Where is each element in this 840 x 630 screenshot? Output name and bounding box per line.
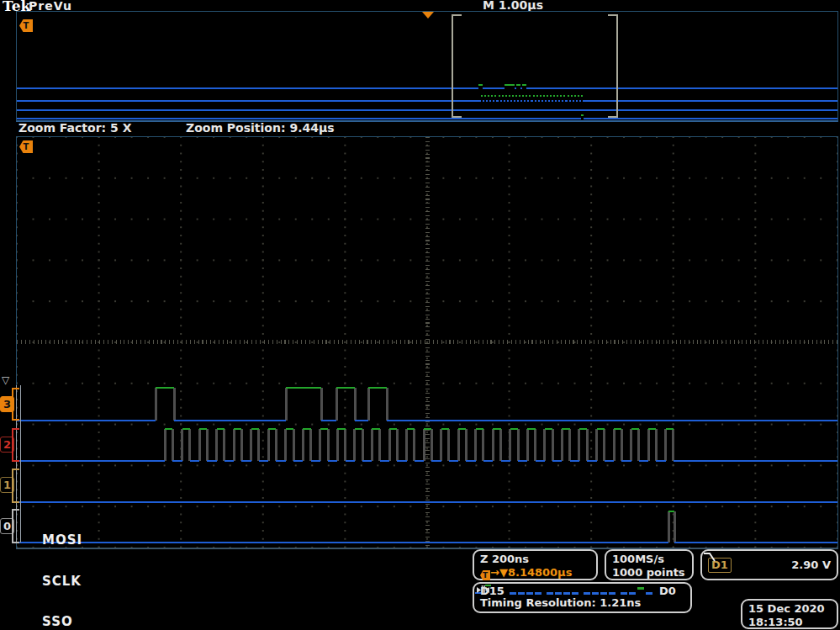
bus-dash-d6: [592, 592, 599, 595]
channel-label-mosi: MOSI: [42, 532, 82, 548]
zoom-bracket-stub: [608, 116, 616, 118]
sample-rate-readout: 100MS/s: [612, 553, 686, 566]
bus-dash-d1: [637, 587, 644, 590]
bus-dash-d13: [526, 592, 533, 595]
timing-resolution-readout: Timing Resolution: 1.21ns: [480, 596, 641, 610]
zoom-bracket-stub: [453, 116, 462, 118]
zoom-bracket-stub: [608, 14, 616, 16]
datetime-box: 15 Dec 2020 18:13:50: [741, 599, 838, 629]
bus-dash-d5: [600, 592, 607, 595]
bus-state-indicators: [510, 585, 654, 595]
channel-bracket-d0: [12, 509, 20, 543]
channel-label-sclk: SCLK: [42, 574, 82, 589]
zoom-position-readout: T→▼8.14800µs: [480, 566, 590, 580]
zoom-bracket-right[interactable]: [616, 14, 618, 118]
zoom-factor-label: Zoom Factor: 5 X: [18, 121, 131, 135]
channel-bracket-d3: [12, 388, 20, 421]
oscilloscope-screen: Tek PreVu M 1.00µs T Zoom Factor: 5 X Zo…: [0, 0, 840, 630]
falling-edge-icon: [702, 551, 719, 563]
timing-resolution-icon: [474, 584, 493, 595]
digital-group-triangle-icon: ▽: [2, 374, 9, 386]
trigger-position-marker-icon[interactable]: [422, 12, 434, 19]
bus-dash-d8: [572, 592, 578, 595]
bus-dash-d15: [510, 592, 516, 595]
digital-bus-box[interactable]: D15 D0 Timing Resolution: 1.21ns: [473, 582, 692, 613]
bus-dash-d3: [621, 592, 627, 595]
triangle-down-icon: ▼: [499, 566, 508, 579]
record-length-readout: 1000 points: [612, 566, 686, 580]
acquisition-box[interactable]: 100MS/s 1000 points: [605, 549, 694, 580]
channel-label-sso: SSO: [42, 614, 73, 629]
channel-bracket-d1: [12, 469, 20, 503]
overview-waveforms: [17, 12, 837, 120]
zoom-graticule: T MOSI SCLK SSO MISO: [16, 136, 838, 549]
trigger-box[interactable]: D1 2.90 V: [700, 549, 838, 580]
bus-dash-d10: [555, 592, 562, 595]
arrow-right-icon: →: [490, 566, 499, 579]
bus-dash-d14: [518, 592, 525, 595]
trigger-flag-icon: T: [480, 570, 490, 580]
bus-dash-d4: [609, 592, 615, 595]
bus-dash-d11: [547, 592, 553, 595]
bus-dash-d12: [535, 592, 542, 595]
zoom-bracket-stub: [453, 14, 462, 16]
bus-dash-d2: [629, 592, 636, 595]
bus-low-label: D0: [659, 585, 676, 596]
date-readout: 15 Dec 2020: [748, 602, 831, 616]
bus-dash-d0: [646, 592, 652, 595]
bus-dash-d7: [584, 592, 590, 595]
bus-dash-d9: [563, 592, 570, 595]
zoom-scale-readout: Z 200ns: [480, 553, 590, 566]
overview-window: T: [16, 11, 838, 122]
time-readout: 18:13:50: [748, 616, 831, 629]
channel-bracket-d2: [12, 428, 20, 462]
zoom-scale-box[interactable]: Z 200ns T→▼8.14800µs: [473, 549, 598, 580]
zoom-bracket-left[interactable]: [452, 14, 453, 118]
trigger-level-readout: 2.90 V: [791, 559, 831, 572]
digital-waveforms: [17, 137, 837, 548]
zoom-position-label: Zoom Position: 9.44µs: [186, 121, 335, 135]
main-timebase-readout[interactable]: M 1.00µs: [471, 0, 555, 12]
